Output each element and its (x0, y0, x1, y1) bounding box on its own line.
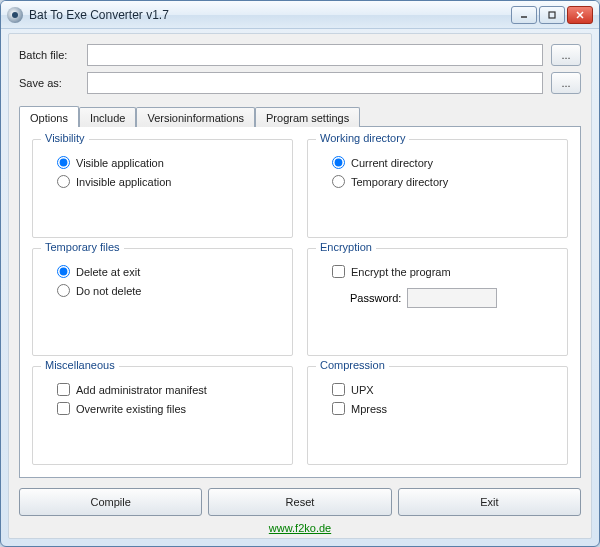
radio-current-label: Current directory (351, 157, 433, 169)
batch-file-label: Batch file: (19, 49, 79, 61)
radio-temp-input[interactable] (332, 175, 345, 188)
group-visibility: Visibility Visible application Invisible… (32, 139, 293, 238)
group-working-dir: Working directory Current directory Temp… (307, 139, 568, 238)
client-area: Batch file: ... Save as: ... Options Inc… (8, 33, 592, 539)
check-upx[interactable]: UPX (332, 383, 555, 396)
group-compression: Compression UPX Mpress (307, 366, 568, 465)
radio-delete-label: Delete at exit (76, 266, 140, 278)
radio-visible-input[interactable] (57, 156, 70, 169)
radio-visible-app[interactable]: Visible application (57, 156, 280, 169)
tab-options[interactable]: Options (19, 106, 79, 127)
radio-invisible-app[interactable]: Invisible application (57, 175, 280, 188)
group-title-temp-files: Temporary files (41, 241, 124, 253)
close-button[interactable] (567, 6, 593, 24)
group-title-encryption: Encryption (316, 241, 376, 253)
check-overwrite-input[interactable] (57, 402, 70, 415)
check-mpress-input[interactable] (332, 402, 345, 415)
group-title-compression: Compression (316, 359, 389, 371)
radio-visible-label: Visible application (76, 157, 164, 169)
batch-file-input[interactable] (87, 44, 543, 66)
password-input[interactable] (407, 288, 497, 308)
compile-button[interactable]: Compile (19, 488, 202, 516)
check-encrypt-label: Encrypt the program (351, 266, 451, 278)
group-title-working-dir: Working directory (316, 132, 409, 144)
tab-include[interactable]: Include (79, 107, 136, 127)
radio-invisible-label: Invisible application (76, 176, 171, 188)
app-icon (7, 7, 23, 23)
check-upx-label: UPX (351, 384, 374, 396)
radio-temp-label: Temporary directory (351, 176, 448, 188)
check-mpress[interactable]: Mpress (332, 402, 555, 415)
check-admin-label: Add administrator manifest (76, 384, 207, 396)
check-admin-manifest[interactable]: Add administrator manifest (57, 383, 280, 396)
check-admin-input[interactable] (57, 383, 70, 396)
check-encrypt[interactable]: Encrypt the program (332, 265, 555, 278)
reset-button[interactable]: Reset (208, 488, 391, 516)
maximize-button[interactable] (539, 6, 565, 24)
group-title-visibility: Visibility (41, 132, 89, 144)
tab-strip: Options Include Versioninformations Prog… (19, 106, 581, 126)
radio-invisible-input[interactable] (57, 175, 70, 188)
password-label: Password: (350, 292, 401, 304)
radio-keep-label: Do not delete (76, 285, 141, 297)
tab-panel-options: Visibility Visible application Invisible… (19, 126, 581, 478)
check-mpress-label: Mpress (351, 403, 387, 415)
minimize-button[interactable] (511, 6, 537, 24)
saveas-input[interactable] (87, 72, 543, 94)
radio-do-not-delete[interactable]: Do not delete (57, 284, 280, 297)
group-encryption: Encryption Encrypt the program Password: (307, 248, 568, 356)
saveas-label: Save as: (19, 77, 79, 89)
check-overwrite[interactable]: Overwrite existing files (57, 402, 280, 415)
group-title-misc: Miscellaneous (41, 359, 119, 371)
svg-rect-1 (549, 12, 555, 18)
check-encrypt-input[interactable] (332, 265, 345, 278)
main-window: Bat To Exe Converter v1.7 Batch file: ..… (0, 0, 600, 547)
radio-keep-input[interactable] (57, 284, 70, 297)
radio-temp-dir[interactable]: Temporary directory (332, 175, 555, 188)
radio-delete-exit[interactable]: Delete at exit (57, 265, 280, 278)
check-overwrite-label: Overwrite existing files (76, 403, 186, 415)
group-misc: Miscellaneous Add administrator manifest… (32, 366, 293, 465)
radio-current-input[interactable] (332, 156, 345, 169)
check-upx-input[interactable] (332, 383, 345, 396)
saveas-browse-button[interactable]: ... (551, 72, 581, 94)
tab-program-settings[interactable]: Program settings (255, 107, 360, 127)
radio-delete-input[interactable] (57, 265, 70, 278)
exit-button[interactable]: Exit (398, 488, 581, 516)
window-title: Bat To Exe Converter v1.7 (29, 8, 511, 22)
tab-versioninfo[interactable]: Versioninformations (136, 107, 255, 127)
group-temp-files: Temporary files Delete at exit Do not de… (32, 248, 293, 356)
radio-current-dir[interactable]: Current directory (332, 156, 555, 169)
batch-browse-button[interactable]: ... (551, 44, 581, 66)
titlebar[interactable]: Bat To Exe Converter v1.7 (1, 1, 599, 29)
footer-link[interactable]: www.f2ko.de (269, 522, 331, 534)
